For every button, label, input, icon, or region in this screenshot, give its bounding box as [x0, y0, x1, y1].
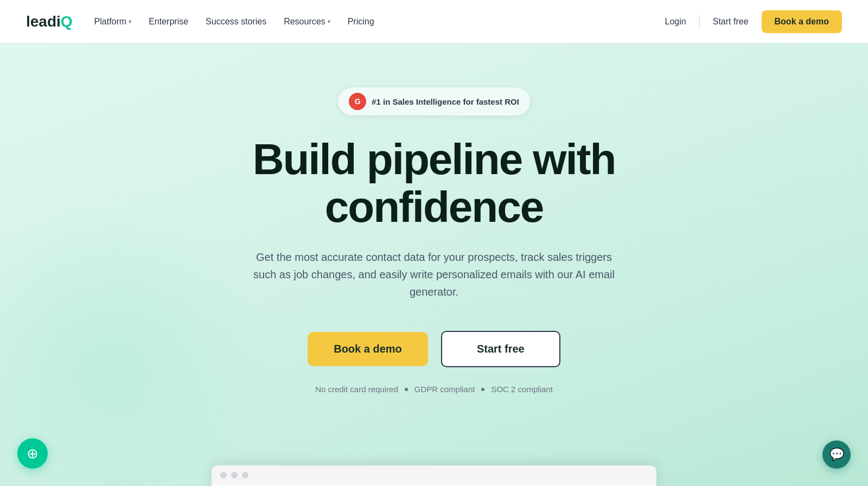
chat-icon: 💬: [829, 447, 844, 462]
trust-item-3: SOC 2 compliant: [491, 385, 552, 394]
preview-dot-2: [231, 472, 238, 478]
trust-badges: No credit card required GDPR compliant S…: [315, 385, 553, 394]
floating-fingerprint-button[interactable]: ⊕: [17, 438, 48, 469]
preview-dot-3: [242, 472, 248, 478]
hero-cta-group: Book a demo Start free: [308, 331, 560, 367]
nav-links: Platform ▾ Enterprise Success stories Re…: [94, 17, 374, 27]
preview-dot-1: [220, 472, 227, 478]
hero-section: G #1 in Sales Intelligence for fastest R…: [0, 43, 868, 486]
g2-badge: G #1 in Sales Intelligence for fastest R…: [337, 87, 531, 116]
fingerprint-icon: ⊕: [27, 445, 39, 462]
nav-link-enterprise[interactable]: Enterprise: [149, 17, 188, 27]
hero-subtext: Get the most accurate contact data for y…: [250, 248, 618, 300]
navbar-right: Login Start free Book a demo: [665, 10, 842, 33]
nav-start-free-button[interactable]: Start free: [713, 17, 749, 27]
nav-item-pricing[interactable]: Pricing: [348, 17, 374, 27]
trust-dot-1: [405, 388, 408, 391]
hero-book-demo-button[interactable]: Book a demo: [308, 332, 428, 366]
navbar: leadiQ Platform ▾ Enterprise Success sto…: [0, 0, 868, 43]
hero-start-free-button[interactable]: Start free: [441, 331, 560, 367]
trust-dot-2: [481, 388, 484, 391]
nav-item-platform[interactable]: Platform ▾: [94, 17, 132, 27]
nav-link-success-stories[interactable]: Success stories: [206, 17, 266, 27]
login-button[interactable]: Login: [665, 17, 686, 27]
g2-icon: G: [349, 93, 366, 110]
nav-link-resources[interactable]: Resources ▾: [284, 17, 330, 27]
trust-item-2: GDPR compliant: [414, 385, 475, 394]
navbar-left: leadiQ Platform ▾ Enterprise Success sto…: [26, 13, 374, 30]
nav-link-platform[interactable]: Platform ▾: [94, 17, 132, 27]
nav-item-resources[interactable]: Resources ▾: [284, 17, 330, 27]
g2-badge-text: #1 in Sales Intelligence for fastest ROI: [372, 97, 519, 106]
logo-text: leadiQ: [26, 13, 73, 30]
hero-headline: Build pipeline with confidence: [253, 136, 616, 231]
nav-item-success-stories[interactable]: Success stories: [206, 17, 266, 27]
preview-card-header: [212, 465, 656, 485]
preview-card: [212, 465, 656, 486]
nav-divider: [699, 15, 700, 28]
nav-link-pricing[interactable]: Pricing: [348, 17, 374, 27]
logo[interactable]: leadiQ: [26, 13, 73, 30]
nav-book-demo-button[interactable]: Book a demo: [762, 10, 842, 33]
chevron-down-icon: ▾: [328, 18, 330, 24]
chevron-down-icon: ▾: [129, 18, 131, 24]
floating-chat-button[interactable]: 💬: [822, 440, 851, 469]
trust-item-1: No credit card required: [315, 385, 398, 394]
nav-item-enterprise[interactable]: Enterprise: [149, 17, 188, 27]
